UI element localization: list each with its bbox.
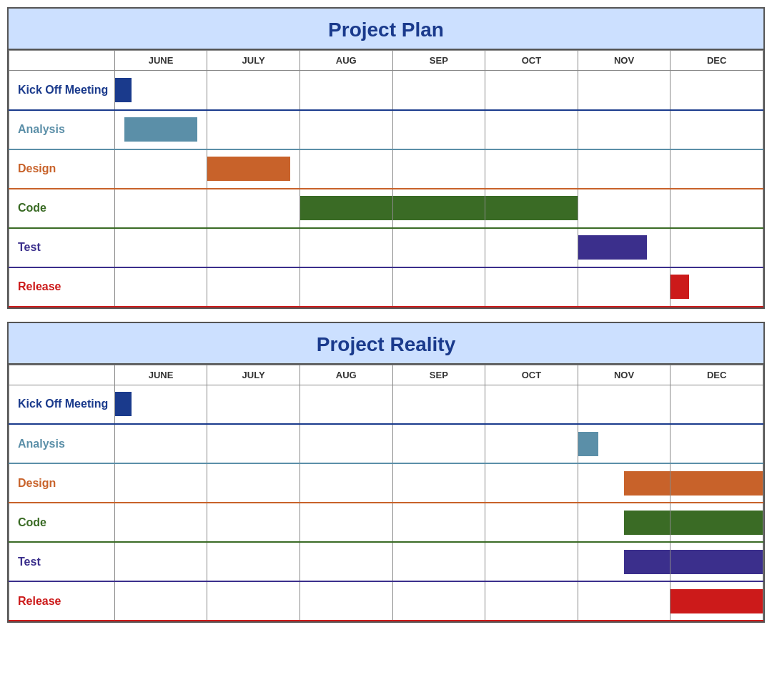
cell-code-col1 <box>114 503 207 542</box>
table-row-design: Design <box>9 463 763 503</box>
cell-release-col3 <box>300 581 392 621</box>
label-test: Test <box>9 542 115 581</box>
plan-header-oct: OCT <box>485 51 578 71</box>
cell-kickoff-col3 <box>300 71 392 110</box>
table-row-test: Test <box>9 228 763 267</box>
cell-release-col1 <box>114 267 207 307</box>
cell-kickoff-col5 <box>485 385 578 424</box>
reality-header-nov: NOV <box>578 365 670 385</box>
cell-analysis-col7 <box>670 424 763 463</box>
cell-code-col1 <box>114 189 207 228</box>
bar-code-col6 <box>624 511 670 535</box>
bar-release-col7 <box>670 589 763 613</box>
cell-test-col5 <box>485 542 578 581</box>
table-row-design: Design <box>9 149 763 189</box>
cell-kickoff-col4 <box>392 385 485 424</box>
cell-release-col1 <box>114 581 207 621</box>
cell-test-col1 <box>114 542 207 581</box>
cell-design-col2 <box>207 463 300 503</box>
cell-analysis-col1 <box>114 424 207 463</box>
cell-kickoff-col6 <box>578 385 670 424</box>
cell-analysis-col5 <box>485 424 578 463</box>
cell-release-col2 <box>207 581 300 621</box>
cell-test-col3 <box>300 228 392 267</box>
cell-release-col3 <box>300 267 392 307</box>
reality-header-sep: SEP <box>392 365 485 385</box>
project-plan-table: JUNE JULY AUG SEP OCT NOV DEC Kick Off M… <box>9 50 763 307</box>
cell-code-col5 <box>485 189 578 228</box>
cell-kickoff-col7 <box>670 71 763 110</box>
cell-kickoff-col2 <box>207 385 300 424</box>
cell-test-col1 <box>114 228 207 267</box>
table-row-test: Test <box>9 542 763 581</box>
plan-header-aug: AUG <box>300 51 392 71</box>
cell-analysis-col2 <box>207 110 300 149</box>
bar-code-col4 <box>393 196 485 220</box>
cell-design-col7 <box>670 149 763 189</box>
cell-design-col6 <box>578 463 670 503</box>
plan-header-label <box>9 51 115 71</box>
cell-test-col6 <box>578 228 670 267</box>
reality-header-july: JULY <box>207 365 300 385</box>
cell-kickoff-col4 <box>392 71 485 110</box>
cell-kickoff-col6 <box>578 71 670 110</box>
cell-code-col6 <box>578 189 670 228</box>
cell-kickoff-col2 <box>207 71 300 110</box>
table-row-release: Release <box>9 581 763 621</box>
label-text-code: Code <box>9 503 114 541</box>
cell-design-col1 <box>114 463 207 503</box>
cell-release-col7 <box>670 581 763 621</box>
cell-code-col2 <box>207 189 300 228</box>
project-plan-title: Project Plan <box>9 9 763 50</box>
cell-code-col3 <box>300 503 392 542</box>
cell-design-col5 <box>485 463 578 503</box>
table-row-code: Code <box>9 189 763 228</box>
label-text-design: Design <box>9 150 114 188</box>
bar-kickoff-col1 <box>115 78 132 102</box>
label-release: Release <box>9 267 115 307</box>
table-row-kickoff: Kick Off Meeting <box>9 71 763 110</box>
plan-header-sep: SEP <box>392 51 485 71</box>
cell-code-col7 <box>670 503 763 542</box>
label-kickoff: Kick Off Meeting <box>9 385 115 424</box>
cell-analysis-col3 <box>300 110 392 149</box>
cell-design-col7 <box>670 463 763 503</box>
cell-release-col2 <box>207 267 300 307</box>
label-design: Design <box>9 149 115 189</box>
bar-test-col6 <box>578 235 647 260</box>
cell-analysis-col4 <box>392 424 485 463</box>
cell-release-col5 <box>485 267 578 307</box>
label-code: Code <box>9 503 115 542</box>
project-reality-table: JUNE JULY AUG SEP OCT NOV DEC Kick Off M… <box>9 365 763 622</box>
cell-design-col3 <box>300 463 392 503</box>
label-text-release: Release <box>9 582 114 620</box>
bar-design-col2 <box>207 157 290 181</box>
cell-design-col3 <box>300 149 392 189</box>
label-text-design: Design <box>9 464 114 502</box>
cell-code-col3 <box>300 189 392 228</box>
cell-analysis-col6 <box>578 110 670 149</box>
cell-test-col2 <box>207 228 300 267</box>
bar-release-col7 <box>670 275 689 299</box>
cell-code-col2 <box>207 503 300 542</box>
cell-design-col2 <box>207 149 300 189</box>
cell-code-col5 <box>485 503 578 542</box>
cell-analysis-col4 <box>392 110 485 149</box>
table-row-code: Code <box>9 503 763 542</box>
reality-header-aug: AUG <box>300 365 392 385</box>
cell-kickoff-col7 <box>670 385 763 424</box>
cell-analysis-col5 <box>485 110 578 149</box>
cell-test-col7 <box>670 228 763 267</box>
cell-release-col5 <box>485 581 578 621</box>
table-row-analysis: Analysis <box>9 110 763 149</box>
label-text-kickoff: Kick Off Meeting <box>9 71 114 109</box>
bar-analysis-col6 <box>578 432 598 456</box>
bar-design-col6 <box>624 471 670 496</box>
cell-release-col6 <box>578 581 670 621</box>
label-text-analysis: Analysis <box>9 425 114 463</box>
cell-release-col6 <box>578 267 670 307</box>
cell-code-col6 <box>578 503 670 542</box>
cell-design-col1 <box>114 149 207 189</box>
label-text-test: Test <box>9 543 114 581</box>
plan-header-nov: NOV <box>578 51 670 71</box>
